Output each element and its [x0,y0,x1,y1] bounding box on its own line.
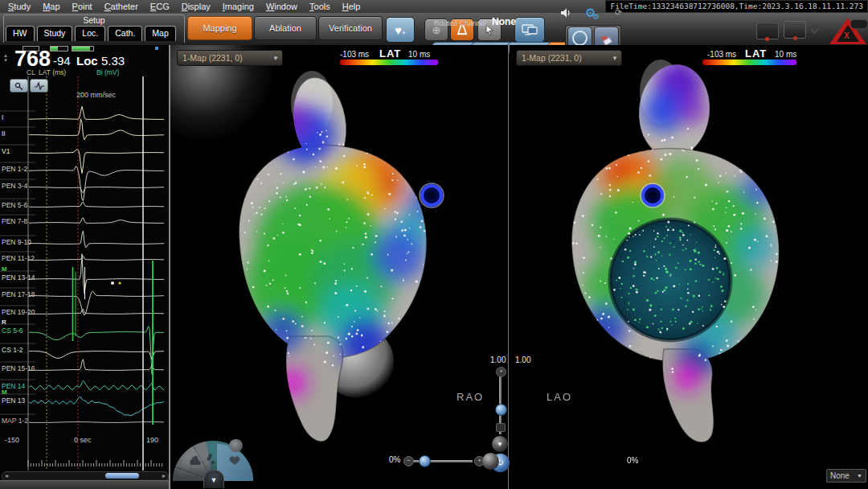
heart-map-3d[interactable] [510,45,868,489]
menu-ecg[interactable]: ECG [150,2,170,11]
zoom-reset-button[interactable] [496,423,506,432]
channel-mark-12: R [2,318,6,326]
monitors-icon [522,23,538,36]
settings-gear-icon[interactable]: ⚙⚙ [585,6,603,20]
mode-button-ablation[interactable]: Ablation [254,16,317,40]
patch-status-dot [793,36,797,40]
channel-label-pen34[interactable]: PEN 3-4 [2,182,27,190]
alert-pill [850,19,868,29]
setup-group: Setup HWStudyLoc.Cath.Map [3,14,185,43]
routed-channel-label: Routed Channel: [434,19,489,27]
setup-tab-map[interactable]: Map [145,26,175,41]
channel-label-pen56[interactable]: PEN 5-6 [2,201,27,209]
axis-end: 190 [146,436,158,444]
view-divider[interactable] [508,45,509,489]
menu-display[interactable]: Display [182,2,211,11]
speaker-icon[interactable] [560,7,573,22]
axis-zero: 0 sec [74,436,92,444]
zoom-value: 1.00 [515,355,530,364]
map-sphere-button[interactable] [482,453,499,470]
refresh-icon[interactable]: ⟳ [615,7,622,18]
channel-label-pen12[interactable]: PEN 1-2 [2,165,27,173]
channel-label-pen1718[interactable]: PEN 17-18 [2,290,35,298]
ecg-bottom-strip [0,480,169,489]
projection-heart-button[interactable]: ♥ [492,436,508,452]
channel-label-i[interactable]: I [2,113,3,121]
menu-imaging[interactable]: Imaging [223,2,254,11]
opacity-value: 0% [389,455,400,464]
menu-map[interactable]: Map [43,2,59,11]
channel-label-pen1920[interactable]: PEN 19-20 [2,308,35,316]
dropdown-value: None [830,471,850,480]
channel-label-pen1112[interactable]: PEN 11-12 [2,254,35,262]
channel-label-pen1516[interactable]: PEN 15-16 [2,364,35,372]
setup-tabs: HWStudyLoc.Cath.Map [6,26,176,41]
opacity-slider-thumb[interactable] [419,455,431,467]
menu-help[interactable]: Help [342,2,361,11]
map-view-rao: 1-Map (2231, 0) ▼ -103 ms LAT 10 ms +♥↻−… [170,45,508,489]
menu-catheter[interactable]: Catheter [104,2,138,11]
alert-x: X [844,31,850,40]
plus-icon: + [402,29,406,37]
map-visibility-dropdown[interactable]: None ▼ [826,469,866,483]
menu-point[interactable]: Point [72,2,92,11]
menu-tools[interactable]: Tools [309,2,330,11]
channel-label-pen13[interactable]: PEN 13 [2,397,25,405]
orientation-label: LAO [547,391,572,403]
menu-window[interactable]: Window [266,2,297,11]
chevron-down-icon: ▼ [857,473,862,479]
channel-label-pen910[interactable]: PEN 9-10 [2,238,31,246]
menu-study[interactable]: Study [8,2,31,11]
acquire-point-button[interactable]: ♥ + [386,17,415,43]
menu-bar: StudyMapPointCatheterECGDisplayImagingWi… [0,0,868,13]
setup-group-label: Setup [4,15,184,25]
axis-start: -150 [5,436,19,444]
ecg-scroll-thumb[interactable] [105,473,139,479]
screen-layout-button[interactable] [514,17,545,43]
view-compass-widget[interactable]: ▼ [173,438,253,487]
setup-tab-hw[interactable]: HW [6,26,35,41]
compass-knob[interactable] [229,439,243,452]
map-view-lao: 1-Map (2231, 0) ▼ -103 ms LAT 10 ms 1.00… [510,45,868,489]
channel-label-ii[interactable]: II [2,129,6,138]
heart-plus-icon: ♥ [395,23,402,37]
file-time-readout: FileTime:133234638712736008,Time:2023.3.… [605,0,868,13]
channel-label-pen78[interactable]: PEN 7-8 [2,217,27,225]
channel-mark-9: M [2,265,7,273]
channel-label-cs56[interactable]: CS 5-6 [2,327,23,335]
setup-tab-study[interactable]: Study [37,26,73,41]
monitor-status-dot [765,37,769,41]
scroll-right-arrow[interactable]: ▸ [162,472,166,479]
routed-channel-value[interactable]: None [492,16,516,27]
zoom-plus-button[interactable]: + [496,367,506,377]
channel-label-map12[interactable]: MAP 1-2 [2,417,28,425]
heart-map-3d[interactable] [170,45,508,489]
scroll-left-arrow[interactable]: ◂ [5,472,8,479]
ecg-panel: ▲▼ 768 CL -94 LAT (ms) Loc 5.33 Bi (mV) … [0,45,169,489]
mode-button-verification[interactable]: Verification [318,16,383,40]
opacity-value: 0% [627,456,638,465]
setup-tab-cath[interactable]: Cath. [108,26,142,41]
channel-label-pen1314[interactable]: PEN 13-14 [2,273,35,281]
heart-status-icon: ♥ [810,21,819,38]
circle-icon [572,31,588,46]
orientation-label: RAO [457,391,484,403]
setup-tab-loc[interactable]: Loc. [75,26,105,41]
carto-mapping-window: StudyMapPointCatheterECGDisplayImagingWi… [0,0,868,489]
zoom-slider-thumb[interactable] [495,404,507,416]
mode-button-mapping[interactable]: Mapping [187,16,252,40]
main-toolbar: Setup HWStudyLoc.Cath.Map MappingAblatio… [0,13,868,45]
channel-mark-16: M [2,388,7,396]
compass-expand-button[interactable]: ▼ [203,470,224,488]
zoom-value: 1.00 [490,355,506,364]
channel-label-v1[interactable]: V1 [2,147,10,155]
opacity-minus-button[interactable]: − [403,456,414,466]
menu-items: StudyMapPointCatheterECGDisplayImagingWi… [0,2,360,11]
channel-label-cs12[interactable]: CS 1-2 [2,346,23,354]
